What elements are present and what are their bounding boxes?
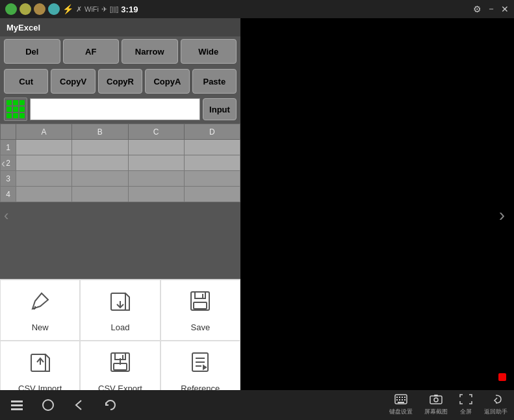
system-bar-left: ⚡ ✗ WiFi ✈ [|||] 3:19 [5,3,138,15]
svg-rect-25 [396,397,398,398]
window-controls: ⚙ － ✕ [473,3,509,15]
settings-button[interactable]: ⚙ [473,4,482,14]
svg-point-23 [43,400,53,410]
svg-rect-9 [31,354,45,371]
svg-rect-33 [398,402,404,403]
cell-d2[interactable] [184,155,240,171]
col-header-b: B [72,124,128,140]
back-assistant-action[interactable]: 返回助手 [484,394,508,416]
nav-home-button[interactable] [38,395,58,415]
fullscreen-action[interactable]: 全屏 [459,394,472,416]
red-indicator [498,373,506,381]
status-icon-1 [5,3,17,15]
save-icon [187,288,213,320]
af-button[interactable]: AF [63,39,120,64]
svg-rect-26 [399,397,400,398]
csv-import-icon [27,349,53,381]
cell-a2[interactable] [16,155,72,171]
system-bar: ⚡ ✗ WiFi ✈ [|||] 3:19 ⚙ － ✕ [0,0,514,18]
cell-c4[interactable] [128,187,184,202]
copyr-button[interactable]: CopyR [98,69,142,94]
status-icon-3 [34,3,45,15]
screenshot-label: 屏幕截图 [424,408,448,416]
wide-button[interactable]: Wide [181,39,237,64]
table-row: 4 [1,187,240,202]
svg-rect-22 [11,408,23,410]
keyboard-settings-action[interactable]: 键盘设置 [389,394,413,416]
app-area: MyExcel Del AF Narrow Wide Cut CopyV Cop… [0,18,240,402]
svg-rect-3 [111,293,125,310]
left-nav-arrow[interactable]: ‹ [0,205,12,227]
signal-off-icon: ✗ [76,5,82,14]
cell-b2[interactable] [72,155,128,171]
cell-d1[interactable] [184,140,240,155]
cell-c2[interactable] [128,155,184,171]
cell-d4[interactable] [184,187,240,202]
table-row: 3 [1,171,240,187]
input-button[interactable]: Input [203,98,237,120]
status-icon-2 [19,3,31,15]
row-header-4: 4 [1,187,16,202]
svg-rect-29 [396,399,398,400]
svg-rect-21 [11,404,23,406]
popup-save[interactable]: Save [161,280,240,341]
cell-b1[interactable] [72,140,128,155]
keyboard-icon [394,394,407,408]
cell-c3[interactable] [128,171,184,187]
svg-rect-27 [402,397,403,398]
load-icon [107,288,133,320]
narrow-button[interactable]: Narrow [122,39,178,64]
svg-rect-32 [404,399,405,400]
copya-button[interactable]: CopyA [145,69,189,94]
clock: 3:19 [121,5,138,14]
cell-a3[interactable] [16,171,72,187]
spreadsheet: ‹ A B C D 1 2 [0,124,240,202]
cell-b3[interactable] [72,171,128,187]
svg-rect-36 [434,395,438,397]
battery-icon: [|||] [110,6,118,13]
btn-row-1: Del AF Narrow Wide [0,36,240,66]
grid-icon [6,100,25,118]
popup-new[interactable]: New [0,280,80,341]
copyv-button[interactable]: CopyV [51,69,95,94]
cell-input[interactable] [30,98,200,120]
right-nav-arrow[interactable]: › [499,205,505,226]
wifi-icon: WiFi [84,5,99,13]
nav-menu-button[interactable] [6,395,27,415]
svg-point-35 [434,398,438,402]
svg-rect-30 [399,399,400,400]
popup-menu: New Load [0,279,240,402]
cut-button[interactable]: Cut [4,69,48,94]
popup-load[interactable]: Load [80,280,160,341]
svg-rect-6 [195,292,205,298]
sheet-nav-left[interactable]: ‹ [0,153,6,172]
row-header-1: 1 [1,140,16,155]
csv-export-icon [107,349,133,381]
svg-rect-20 [11,400,23,402]
app-titlebar: MyExcel [0,18,240,36]
table-row: 2 [1,155,240,171]
svg-rect-31 [402,399,403,400]
header-corner [1,124,16,140]
nav-back-button[interactable] [69,395,90,415]
cell-b4[interactable] [72,187,128,202]
load-label: Load [111,322,130,332]
nav-refresh-button[interactable] [100,395,121,415]
cell-c1[interactable] [128,140,184,155]
del-button[interactable]: Del [4,39,60,64]
col-header-a: A [16,124,72,140]
minimize-button[interactable]: － [487,3,496,15]
btn-row-2: Cut CopyV CopyR CopyA Paste [0,66,240,96]
paste-button[interactable]: Paste [192,69,237,94]
grid-icon-button[interactable] [4,98,27,121]
svg-rect-28 [404,397,405,398]
col-header-c: C [128,124,184,140]
close-button[interactable]: ✕ [501,4,509,14]
cell-d3[interactable] [184,171,240,187]
reference-icon [187,349,213,381]
status-icon-4 [48,3,60,15]
cell-a1[interactable] [16,140,72,155]
cell-a4[interactable] [16,187,72,202]
back-assistant-label: 返回助手 [484,408,508,416]
screenshot-action[interactable]: 屏幕截图 [424,394,448,416]
